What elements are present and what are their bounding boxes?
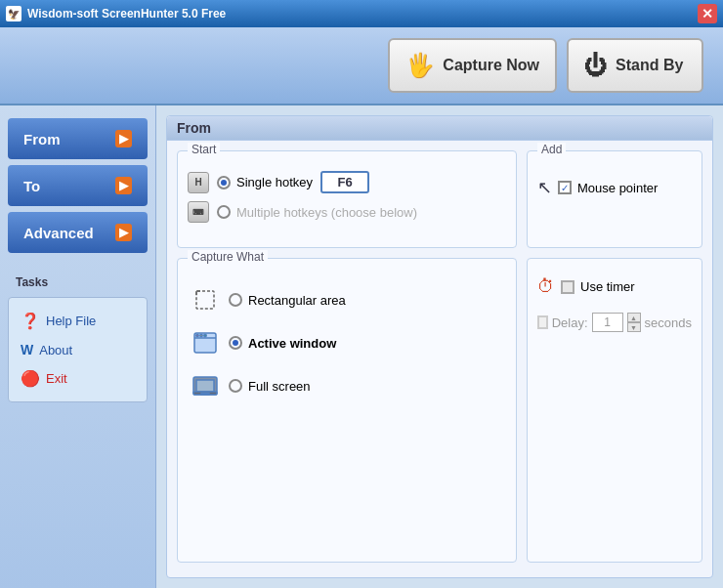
about-item[interactable]: W About xyxy=(13,336,143,363)
cursor-icon: ↖ xyxy=(537,177,552,198)
tasks-label: Tasks xyxy=(8,272,148,293)
rect-radio[interactable]: Rectangular area xyxy=(229,293,346,308)
help-file-item[interactable]: ❓ Help File xyxy=(13,306,143,336)
title-text: Wisdom-soft ScreenHunter 5.0 Free xyxy=(27,7,226,21)
mouse-pointer-checkbox[interactable]: ✓ xyxy=(558,181,572,194)
delay-up-button[interactable]: ▲ xyxy=(627,313,641,322)
multi-hotkey-radio[interactable]: Multiple hotkeys (choose below) xyxy=(217,205,417,220)
close-button[interactable]: ✕ xyxy=(698,4,717,23)
help-file-label: Help File xyxy=(46,314,96,328)
sidebar-item-to[interactable]: To ▶ xyxy=(8,165,148,206)
add-panel: Add ↖ ✓ Mouse pointer xyxy=(527,150,702,248)
from-panel: From Start H Single hotkey F6 xyxy=(166,115,713,578)
top-row: Start H Single hotkey F6 ⌨ xyxy=(177,150,702,248)
use-timer-row: ⏱ Use timer xyxy=(537,276,692,297)
single-hotkey-label: Single hotkey xyxy=(236,175,313,189)
app-icon: 🦅 xyxy=(6,6,21,21)
exit-item[interactable]: 🔴 Exit xyxy=(13,363,143,394)
stand-by-button[interactable]: ⏻ Stand By xyxy=(567,38,703,93)
exit-icon: 🔴 xyxy=(21,369,40,388)
add-label: Add xyxy=(537,143,566,156)
sidebar: From ▶ To ▶ Advanced ▶ Tasks ❓ Help File… xyxy=(0,105,156,588)
delay-checkbox[interactable] xyxy=(537,315,548,329)
advanced-arrow-icon: ▶ xyxy=(115,224,132,241)
content-area: From Start H Single hotkey F6 xyxy=(156,105,723,588)
mouse-pointer-label: Mouse pointer xyxy=(577,181,658,195)
single-hotkey-radio-circle[interactable] xyxy=(217,176,231,189)
mouse-pointer-row: ↖ ✓ Mouse pointer xyxy=(537,177,692,198)
hotkey-icon: H xyxy=(188,172,209,193)
panel-title: From xyxy=(167,116,712,141)
tasks-box: ❓ Help File W About 🔴 Exit xyxy=(8,297,148,402)
active-window-row: Active window xyxy=(188,321,506,364)
power-icon: ⏻ xyxy=(584,52,608,79)
start-label: Start xyxy=(188,143,220,156)
single-hotkey-row: H Single hotkey F6 xyxy=(188,171,506,193)
svg-rect-9 xyxy=(196,380,214,392)
capture-what-label: Capture What xyxy=(188,250,268,264)
fullscreen-label: Full screen xyxy=(248,379,311,394)
multi-hotkey-label: Multiple hotkeys (choose below) xyxy=(236,205,417,220)
hotkey-badge: F6 xyxy=(320,171,369,193)
capture-what-panel: Capture What xyxy=(177,258,517,563)
sidebar-item-advanced[interactable]: Advanced ▶ xyxy=(8,212,148,253)
fullscreen-radio[interactable]: Full screen xyxy=(229,379,311,394)
clock-icon: ⏱ xyxy=(537,276,555,297)
about-icon: W xyxy=(21,342,33,357)
svg-rect-11 xyxy=(201,394,209,396)
sidebar-item-from[interactable]: From ▶ xyxy=(8,118,148,159)
window-radio[interactable]: Active window xyxy=(229,336,336,351)
fullscreen-row: Full screen xyxy=(188,364,506,407)
use-timer-checkbox[interactable] xyxy=(561,280,574,294)
bottom-row: Capture What xyxy=(177,258,702,563)
window-radio-circle[interactable] xyxy=(229,336,242,350)
capture-now-label: Capture Now xyxy=(443,57,539,74)
about-label: About xyxy=(39,343,72,357)
sidebar-to-label: To xyxy=(23,178,40,194)
capture-now-button[interactable]: 🖐 Capture Now xyxy=(388,38,557,93)
timer-panel: ⏱ Use timer Delay: ▲ ▼ se xyxy=(527,258,702,563)
delay-row: Delay: ▲ ▼ seconds xyxy=(537,313,692,332)
multi-hotkey-icon: ⌨ xyxy=(188,201,209,223)
delay-down-button[interactable]: ▼ xyxy=(627,322,641,332)
svg-point-6 xyxy=(200,334,202,336)
svg-point-7 xyxy=(204,334,206,336)
delay-spinner: ▲ ▼ xyxy=(627,313,641,332)
window-icon xyxy=(191,329,219,357)
help-icon: ❓ xyxy=(21,312,40,330)
panel-body: Start H Single hotkey F6 ⌨ xyxy=(167,141,712,572)
use-timer-label: Use timer xyxy=(580,279,635,294)
rect-label: Rectangular area xyxy=(248,293,346,308)
window-label: Active window xyxy=(248,336,336,351)
main-layout: From ▶ To ▶ Advanced ▶ Tasks ❓ Help File… xyxy=(0,105,723,588)
rect-area-row: Rectangular area xyxy=(188,278,506,321)
start-panel: Start H Single hotkey F6 ⌨ xyxy=(177,150,517,248)
single-hotkey-radio[interactable]: Single hotkey xyxy=(217,175,313,189)
rect-radio-circle[interactable] xyxy=(229,293,242,307)
fullscreen-icon xyxy=(191,372,219,399)
multi-hotkey-radio-circle[interactable] xyxy=(217,205,231,219)
tasks-section: Tasks ❓ Help File W About 🔴 Exit xyxy=(0,272,155,402)
svg-point-5 xyxy=(196,334,198,336)
capture-icon: 🖐 xyxy=(405,52,435,79)
stand-by-label: Stand By xyxy=(616,57,683,74)
rect-icon xyxy=(191,286,219,314)
delay-input[interactable] xyxy=(592,313,623,332)
from-arrow-icon: ▶ xyxy=(115,130,132,147)
toolbar: 🖐 Capture Now ⏻ Stand By xyxy=(0,27,723,105)
to-arrow-icon: ▶ xyxy=(115,177,132,194)
seconds-label: seconds xyxy=(645,315,692,330)
sidebar-advanced-label: Advanced xyxy=(23,225,94,241)
delay-label: Delay: xyxy=(552,315,588,330)
titlebar: 🦅 Wisdom-soft ScreenHunter 5.0 Free ✕ xyxy=(0,0,723,27)
multi-hotkey-row: ⌨ Multiple hotkeys (choose below) xyxy=(188,201,506,223)
fullscreen-radio-circle[interactable] xyxy=(229,379,242,393)
svg-rect-0 xyxy=(196,291,214,309)
exit-label: Exit xyxy=(46,371,67,386)
sidebar-from-label: From xyxy=(23,131,61,147)
